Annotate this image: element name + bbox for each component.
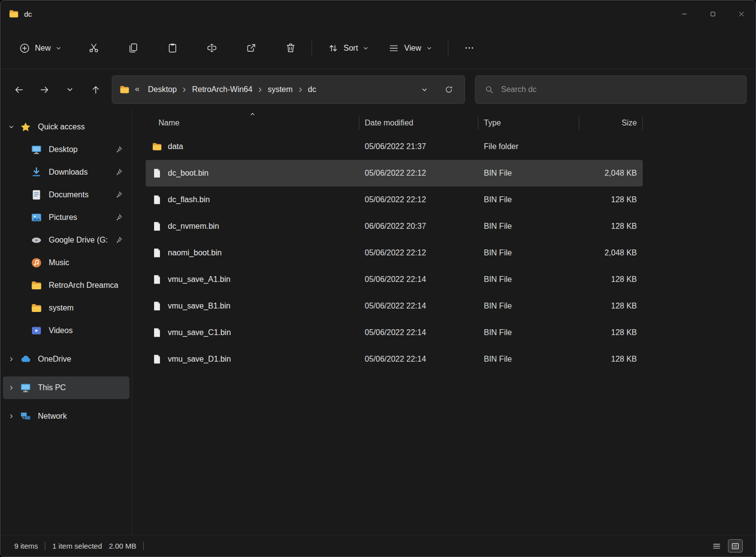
folder-icon xyxy=(31,302,42,314)
expand-toggle[interactable] xyxy=(3,356,20,362)
file-icon xyxy=(152,354,162,365)
expand-toggle[interactable] xyxy=(3,124,20,130)
pin-icon xyxy=(115,236,123,244)
address-dropdown-button[interactable] xyxy=(415,81,433,98)
large-icons-view-button[interactable] xyxy=(728,539,743,553)
file-name: naomi_boot.bin xyxy=(168,248,221,257)
rename-button[interactable] xyxy=(200,37,223,60)
breadcrumb-item-system[interactable]: system xyxy=(263,81,297,98)
view-button[interactable]: View xyxy=(382,38,438,59)
sidebar-item-downloads[interactable]: Downloads xyxy=(3,161,129,184)
column-header-name[interactable]: Name xyxy=(146,113,359,133)
sidebar-item-google-drive[interactable]: Google Drive (G: xyxy=(3,229,129,251)
sort-button-label: Sort xyxy=(344,44,358,53)
toolbar-separator xyxy=(448,41,448,56)
sidebar-item-pictures[interactable]: Pictures xyxy=(3,206,129,229)
recent-locations-button[interactable] xyxy=(60,79,80,100)
chevron-down-icon xyxy=(56,45,62,51)
expand-toggle[interactable] xyxy=(3,385,20,391)
address-bar[interactable]: « Desktop RetroArch-Win64 system dc xyxy=(112,75,465,104)
table-row[interactable]: dc_flash.bin 05/06/2022 22:12 BIN File 1… xyxy=(146,186,643,213)
breadcrumb-item-retroarch[interactable]: RetroArch-Win64 xyxy=(188,81,257,98)
column-label: Type xyxy=(484,119,501,127)
back-button[interactable] xyxy=(8,79,29,100)
file-type: BIN File xyxy=(478,222,579,231)
table-row[interactable]: data 05/06/2022 21:37 File folder xyxy=(146,133,643,160)
sidebar-item-music[interactable]: Music xyxy=(3,251,129,274)
table-row[interactable]: vmu_save_D1.bin 05/06/2022 22:14 BIN Fil… xyxy=(146,346,643,372)
file-date-modified: 05/06/2022 21:37 xyxy=(359,142,478,151)
cut-button[interactable] xyxy=(82,37,105,60)
sidebar-item-this-pc[interactable]: This PC xyxy=(3,376,129,399)
column-headers: Name Date modified Type Size xyxy=(146,113,643,133)
table-row[interactable]: naomi_boot.bin 05/06/2022 22:12 BIN File… xyxy=(146,240,643,266)
expand-toggle[interactable] xyxy=(3,413,20,419)
file-icon xyxy=(152,327,162,338)
command-toolbar: New Sort View xyxy=(0,27,756,69)
sort-ascending-indicator xyxy=(250,111,255,117)
chevron-down-icon xyxy=(363,45,369,51)
column-label: Size xyxy=(622,119,637,127)
sidebar-item-documents[interactable]: Documents xyxy=(3,184,129,206)
breadcrumb-item-dc[interactable]: dc xyxy=(304,81,321,98)
search-input[interactable] xyxy=(501,85,737,94)
more-options-button[interactable] xyxy=(458,37,481,60)
breadcrumb-overflow[interactable]: « xyxy=(130,84,143,95)
column-header-size[interactable]: Size xyxy=(579,113,643,133)
forward-button[interactable] xyxy=(34,79,55,100)
address-bar-actions xyxy=(415,81,458,98)
title-bar: dc xyxy=(0,0,756,27)
file-date-modified: 05/06/2022 22:12 xyxy=(359,169,478,178)
sidebar-item-network[interactable]: Network xyxy=(3,405,129,428)
close-button[interactable] xyxy=(727,0,756,27)
window-controls xyxy=(670,0,756,27)
sidebar-item-system[interactable]: system xyxy=(3,297,129,319)
folder-icon xyxy=(152,141,162,152)
desktop-icon xyxy=(31,144,42,155)
arrow-right-icon xyxy=(39,85,50,95)
up-button[interactable] xyxy=(85,79,106,100)
file-date-modified: 05/06/2022 22:14 xyxy=(359,355,478,364)
sidebar-item-onedrive[interactable]: OneDrive xyxy=(3,348,129,371)
sidebar-item-desktop[interactable]: Desktop xyxy=(3,138,129,161)
table-row[interactable]: vmu_save_A1.bin 05/06/2022 22:14 BIN Fil… xyxy=(146,266,643,293)
table-row[interactable]: dc_boot.bin 05/06/2022 22:12 BIN File 2,… xyxy=(146,160,643,186)
new-button[interactable]: New xyxy=(13,38,67,59)
minimize-button[interactable] xyxy=(670,0,698,27)
table-row[interactable]: vmu_save_B1.bin 05/06/2022 22:14 BIN Fil… xyxy=(146,293,643,319)
column-header-date-modified[interactable]: Date modified xyxy=(359,113,478,133)
new-button-label: New xyxy=(35,44,51,53)
refresh-button[interactable] xyxy=(440,81,458,98)
search-box[interactable] xyxy=(475,75,747,104)
sidebar-section-quick-access[interactable]: Quick access xyxy=(3,116,129,138)
clipboard-actions xyxy=(82,37,302,60)
file-name: dc_boot.bin xyxy=(168,169,209,178)
breadcrumb-item-desktop[interactable]: Desktop xyxy=(143,81,181,98)
delete-button[interactable] xyxy=(279,37,302,60)
table-row[interactable]: dc_nvmem.bin 06/06/2022 20:37 BIN File 1… xyxy=(146,213,643,240)
share-button[interactable] xyxy=(240,37,262,60)
sidebar-section-label: Quick access xyxy=(38,123,85,131)
column-header-type[interactable]: Type xyxy=(478,113,579,133)
chevron-down-icon xyxy=(426,45,432,51)
sidebar-item-videos[interactable]: Videos xyxy=(3,319,129,342)
table-row[interactable]: vmu_save_C1.bin 05/06/2022 22:14 BIN Fil… xyxy=(146,319,643,346)
maximize-button[interactable] xyxy=(698,0,727,27)
status-bar: 9 items 1 item selected 2.00 MB xyxy=(0,535,756,557)
sidebar-item-retroarch-dreamcast[interactable]: RetroArch Dreamca xyxy=(3,274,129,297)
details-view-button[interactable] xyxy=(709,539,724,553)
sidebar-item-label: Music xyxy=(49,258,69,267)
file-name: vmu_save_B1.bin xyxy=(168,302,230,310)
music-icon xyxy=(31,257,42,269)
sort-button[interactable]: Sort xyxy=(322,38,375,59)
paste-button[interactable] xyxy=(161,37,184,60)
selection-count: 1 item selected xyxy=(52,542,102,550)
file-size: 2,048 KB xyxy=(579,248,643,257)
chevron-down-icon xyxy=(8,124,14,130)
minimize-icon xyxy=(681,10,688,18)
share-icon xyxy=(246,42,257,54)
file-name: vmu_save_C1.bin xyxy=(168,328,231,337)
file-icon xyxy=(152,168,162,179)
copy-button[interactable] xyxy=(122,37,144,60)
chevron-right-icon xyxy=(257,87,263,93)
